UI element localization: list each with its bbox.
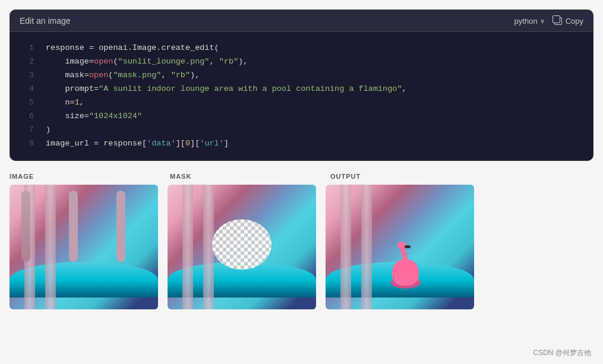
flamingo-beak — [405, 245, 411, 248]
code-text-6: size="1024x1024" — [46, 110, 142, 124]
pillar-3 — [182, 185, 193, 309]
header-right: python Copy — [514, 17, 583, 26]
code-line-6: 6 size="1024x1024" — [10, 110, 593, 124]
code-text-5: n=1, — [46, 96, 84, 110]
original-image — [10, 185, 158, 309]
image-section-label: IMAGE — [10, 173, 170, 180]
copy-button[interactable]: Copy — [554, 17, 583, 26]
code-text-1: response = openai.Image.create_edit( — [46, 42, 219, 55]
line-num-6: 6 — [20, 110, 34, 124]
mask-image — [168, 185, 316, 309]
line-num-3: 3 — [20, 69, 34, 83]
code-text-8: image_url = response['data'][0]['url'] — [46, 137, 229, 151]
line-num-7: 7 — [20, 124, 34, 137]
watermark-text: CSDN @何梦吉他 — [533, 349, 591, 357]
pillar-4 — [203, 185, 214, 309]
line-num-5: 5 — [20, 96, 34, 110]
output-image — [326, 185, 474, 309]
code-line-5: 5 n=1, — [10, 96, 593, 110]
pillar-2 — [45, 185, 56, 309]
watermark: CSDN @何梦吉他 — [533, 348, 591, 358]
code-line-3: 3 mask=open("mask.png", "rb"), — [10, 69, 593, 83]
code-text-3: mask=open("mask.png", "rb"), — [46, 69, 200, 83]
code-line-7: 7 ) — [10, 124, 593, 137]
code-text-4: prompt="A sunlit indoor lounge area with… — [46, 83, 407, 96]
pillar-1 — [24, 185, 35, 309]
language-selector[interactable]: python — [514, 17, 545, 26]
code-block: Edit an image python Copy 1 response = o… — [10, 10, 593, 161]
code-body: 1 response = openai.Image.create_edit( 2… — [10, 32, 593, 160]
copy-icon — [554, 17, 562, 25]
code-line-1: 1 response = openai.Image.create_edit( — [10, 42, 593, 55]
flamingo-decoration — [389, 253, 425, 292]
output-section-label: OUTPUT — [330, 173, 479, 180]
line-num-2: 2 — [20, 55, 34, 69]
images-row — [10, 185, 593, 309]
code-title: Edit an image — [20, 16, 71, 26]
code-line-8: 8 image_url = response['data'][0]['url'] — [10, 137, 593, 151]
code-text-2: image=open("sunlit_lounge.png", "rb"), — [46, 55, 248, 69]
pillar-5 — [340, 185, 351, 309]
pillar-6 — [361, 185, 372, 309]
line-num-4: 4 — [20, 83, 34, 96]
code-header: Edit an image python Copy — [10, 10, 593, 32]
code-line-2: 2 image=open("sunlit_lounge.png", "rb"), — [10, 55, 593, 69]
line-num-1: 1 — [20, 42, 34, 55]
code-text-7: ) — [46, 124, 50, 137]
image-labels-row: IMAGE MASK OUTPUT — [10, 173, 593, 180]
language-label: python — [514, 17, 538, 26]
images-section: IMAGE MASK OUTPUT — [10, 173, 593, 309]
copy-label: Copy — [566, 17, 583, 26]
mask-section-label: MASK — [170, 173, 330, 180]
line-num-8: 8 — [20, 137, 34, 151]
code-line-4: 4 prompt="A sunlit indoor lounge area wi… — [10, 83, 593, 96]
